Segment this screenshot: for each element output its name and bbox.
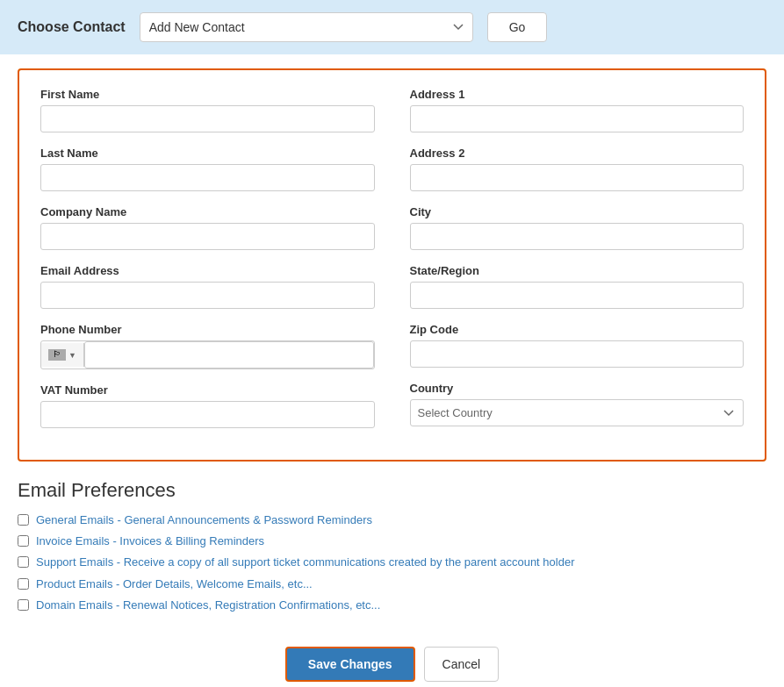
vat-number-label: VAT Number — [40, 383, 375, 397]
pref-domain-label[interactable]: Domain Emails - Renewal Notices, Registr… — [36, 598, 380, 613]
last-name-label: Last Name — [40, 147, 375, 160]
pref-product-checkbox[interactable] — [18, 578, 29, 590]
address1-group: Address 1 — [410, 88, 744, 132]
cancel-button[interactable]: Cancel — [424, 647, 500, 682]
choose-contact-label: Choose Contact — [18, 19, 126, 35]
pref-support-checkbox[interactable] — [18, 556, 29, 568]
city-group: City — [410, 205, 744, 250]
address1-label: Address 1 — [410, 88, 744, 101]
pref-support-label[interactable]: Support Emails - Receive a copy of all s… — [36, 555, 574, 570]
email-preferences-title: Email Preferences — [18, 479, 766, 502]
first-name-input[interactable] — [40, 105, 375, 132]
zip-code-input[interactable] — [410, 340, 744, 368]
main-container: First Name Last Name Company Name Email … — [0, 54, 784, 687]
phone-input[interactable] — [84, 341, 374, 369]
country-label: Country — [410, 382, 744, 395]
action-buttons: Save Changes Cancel — [18, 633, 766, 687]
country-group: Country Select Country — [410, 382, 744, 426]
pref-item-invoice: Invoice Emails - Invoices & Billing Remi… — [18, 533, 766, 549]
address2-group: Address 2 — [410, 147, 744, 191]
state-region-group: State/Region — [410, 264, 744, 309]
last-name-input[interactable] — [40, 164, 375, 191]
zip-code-group: Zip Code — [410, 323, 744, 368]
first-name-label: First Name — [40, 88, 375, 101]
email-address-label: Email Address — [40, 264, 375, 277]
flag-icon: 🏳 — [48, 349, 66, 361]
go-button[interactable]: Go — [487, 12, 548, 42]
contact-select[interactable]: Add New Contact — [140, 12, 473, 42]
city-label: City — [410, 205, 744, 218]
pref-item-general: General Emails - General Announcements &… — [18, 512, 766, 528]
state-region-label: State/Region — [410, 264, 744, 277]
form-box: First Name Last Name Company Name Email … — [18, 68, 766, 462]
company-name-group: Company Name — [40, 205, 375, 250]
city-input[interactable] — [410, 223, 744, 250]
email-address-input[interactable] — [40, 282, 375, 309]
country-select[interactable]: Select Country — [410, 399, 744, 426]
save-button[interactable]: Save Changes — [285, 647, 415, 682]
pref-invoice-checkbox[interactable] — [18, 535, 29, 547]
last-name-group: Last Name — [40, 147, 375, 191]
pref-general-checkbox[interactable] — [18, 514, 29, 526]
pref-domain-checkbox[interactable] — [18, 599, 29, 611]
phone-number-label: Phone Number — [40, 323, 375, 336]
company-name-label: Company Name — [40, 205, 375, 218]
first-name-group: First Name — [40, 88, 375, 132]
top-bar: Choose Contact Add New Contact Go — [0, 0, 784, 54]
phone-wrapper: 🏳 ▼ — [40, 340, 375, 369]
vat-number-group: VAT Number — [40, 383, 375, 428]
form-grid: First Name Last Name Company Name Email … — [40, 88, 744, 442]
vat-number-input[interactable] — [40, 401, 375, 428]
pref-item-product: Product Emails - Order Details, Welcome … — [18, 576, 766, 592]
address2-input[interactable] — [410, 164, 744, 191]
phone-caret-icon: ▼ — [68, 351, 76, 360]
phone-number-group: Phone Number 🏳 ▼ — [40, 323, 375, 369]
state-region-input[interactable] — [410, 282, 744, 309]
pref-general-label[interactable]: General Emails - General Announcements &… — [36, 512, 372, 528]
email-preferences-section: Email Preferences General Emails - Gener… — [18, 479, 766, 633]
pref-item-domain: Domain Emails - Renewal Notices, Registr… — [18, 598, 766, 613]
address1-input[interactable] — [410, 105, 744, 132]
pref-product-label[interactable]: Product Emails - Order Details, Welcome … — [36, 576, 313, 592]
email-address-group: Email Address — [40, 264, 375, 309]
zip-code-label: Zip Code — [410, 323, 744, 336]
phone-flag-button[interactable]: 🏳 ▼ — [41, 343, 84, 367]
address2-label: Address 2 — [410, 147, 744, 160]
pref-invoice-label[interactable]: Invoice Emails - Invoices & Billing Remi… — [36, 533, 264, 549]
pref-item-support: Support Emails - Receive a copy of all s… — [18, 555, 766, 570]
company-name-input[interactable] — [40, 223, 375, 250]
